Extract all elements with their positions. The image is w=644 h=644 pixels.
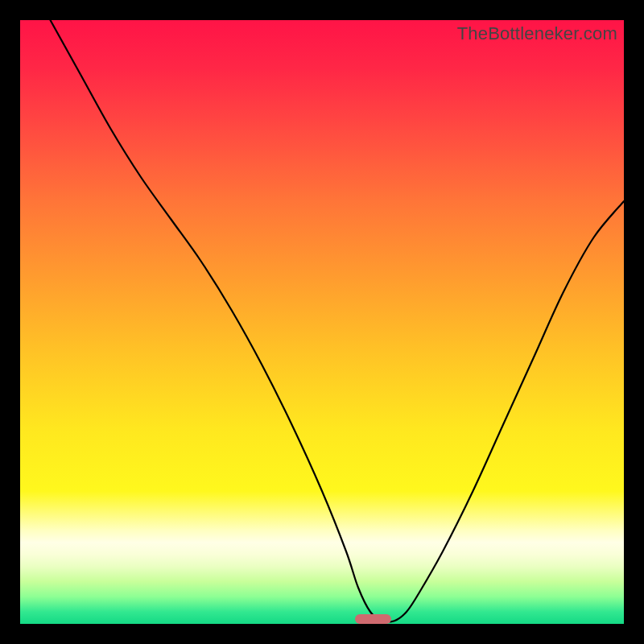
chart-frame: TheBottleneker.com [20,20,624,624]
plot-svg [20,20,624,624]
optimal-marker [355,614,391,624]
gradient-background [20,20,624,624]
watermark-text: TheBottleneker.com [457,23,617,44]
